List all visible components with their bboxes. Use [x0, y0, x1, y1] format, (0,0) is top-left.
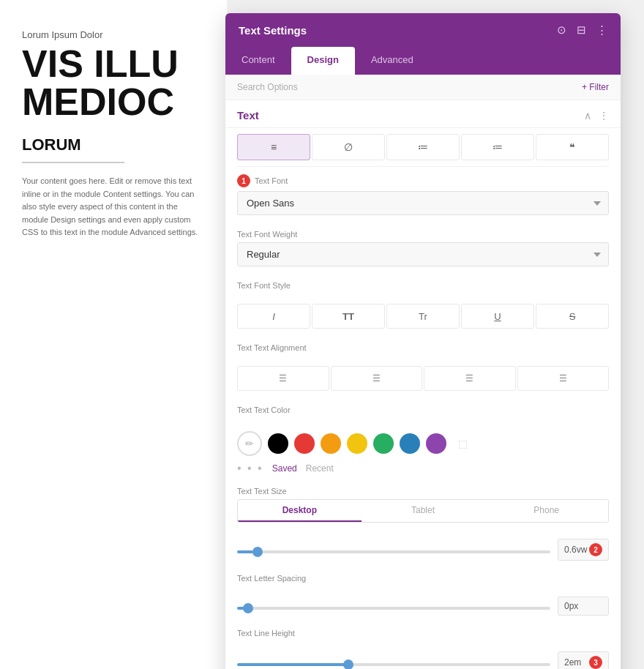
- line-height-slider-wrapper: [237, 656, 550, 669]
- color-eraser-btn[interactable]: ⬚: [452, 433, 473, 454]
- line-height-slider-row: 2em 3: [225, 649, 621, 669]
- size-badge: 2: [589, 543, 602, 556]
- text-font-weight-label: Text Font Weight: [237, 230, 609, 239]
- section-title: Text: [237, 109, 259, 122]
- bg-title-large: VIS ILLU MEDIOC: [22, 45, 205, 121]
- color-saved-row: • • • Saved Recent: [225, 462, 621, 481]
- text-font-weight-row: Text Font Weight Regular Thin Light Bold…: [225, 223, 621, 274]
- saved-colors-label[interactable]: Saved: [272, 463, 297, 474]
- tab-design[interactable]: Design: [291, 47, 355, 75]
- layout-icon[interactable]: ⊟: [577, 23, 586, 37]
- line-height-row: Text Line Height: [225, 621, 621, 649]
- letter-spacing-slider-row: 0px: [225, 594, 621, 621]
- style-buttons-row: I TT Tr U S: [225, 301, 621, 336]
- color-black[interactable]: [268, 433, 288, 454]
- text-alignment-row: Text Text Alignment: [225, 336, 621, 363]
- tab-advanced[interactable]: Advanced: [355, 47, 430, 75]
- search-bar: Search Options + Filter: [225, 75, 621, 100]
- tab-content[interactable]: Content: [225, 47, 291, 75]
- color-green[interactable]: [373, 433, 394, 454]
- panel-header-icons: ⊙ ⊟ ⋮: [557, 23, 607, 37]
- text-align-center[interactable]: ☰: [331, 366, 423, 391]
- align-btn-quote[interactable]: ❝: [536, 134, 609, 160]
- letter-spacing-row: Text Letter Spacing: [225, 567, 621, 594]
- line-height-value: 2em 3: [558, 651, 609, 669]
- line-height-label: Text Line Height: [237, 629, 609, 638]
- text-settings-panel: Text Settings ⊙ ⊟ ⋮ Content Design Advan…: [225, 13, 621, 669]
- text-font-weight-select[interactable]: Regular Thin Light Bold Extra Bold: [237, 242, 609, 266]
- text-align-right[interactable]: ☰: [424, 366, 516, 391]
- text-font-style-label: Text Font Style: [237, 281, 609, 290]
- text-align-justify[interactable]: ☰: [517, 366, 610, 391]
- line-height-badge: 3: [589, 656, 602, 669]
- text-alignment-label: Text Text Alignment: [237, 343, 609, 352]
- color-blue[interactable]: [400, 433, 420, 454]
- bg-divider: [22, 162, 124, 163]
- section-actions: ∧ ⋮: [584, 110, 609, 122]
- strikethrough-btn[interactable]: S: [536, 304, 609, 329]
- line-height-slider[interactable]: [237, 663, 550, 666]
- bg-subtitle: Lorum Ipsum Dolor: [22, 29, 205, 40]
- bg-heading: LORUM: [22, 135, 205, 154]
- uppercase-btn[interactable]: TT: [312, 304, 385, 329]
- text-color-row: Text Text Color: [225, 398, 621, 425]
- panel-title: Text Settings: [239, 24, 307, 37]
- recent-colors-label[interactable]: Recent: [306, 463, 334, 474]
- panel-tabs: Content Design Advanced: [225, 47, 621, 75]
- color-purple[interactable]: [426, 433, 446, 454]
- text-size-section: Text Text Size Desktop Tablet Phone: [225, 481, 621, 536]
- align-btn-numbered[interactable]: ≔: [461, 134, 534, 160]
- color-red[interactable]: [294, 433, 315, 454]
- panel-body: Text ∧ ⋮ ≡ ∅ ≔ ≔ ❝ 1 Text Font Open Sans…: [225, 100, 621, 669]
- size-tab-desktop[interactable]: Desktop: [238, 500, 362, 522]
- more-icon[interactable]: ⋮: [596, 23, 607, 37]
- letter-spacing-slider-wrapper: [237, 599, 550, 613]
- align-btn-left[interactable]: ≡: [237, 134, 310, 160]
- filter-button[interactable]: + Filter: [582, 82, 609, 92]
- size-tab-tablet[interactable]: Tablet: [362, 500, 485, 522]
- panel-header: Text Settings ⊙ ⊟ ⋮: [225, 13, 621, 47]
- align-btn-list[interactable]: ≔: [386, 134, 460, 160]
- text-font-row: 1 Text Font Open Sans Roboto Lato Montse…: [225, 167, 621, 223]
- text-font-label: 1 Text Font: [237, 174, 609, 187]
- text-size-label: Text Text Size: [237, 487, 609, 496]
- text-size-slider-wrapper: [237, 543, 550, 556]
- letter-spacing-value: 0px: [558, 597, 609, 616]
- section-header: Text ∧ ⋮: [225, 100, 621, 128]
- background-content: Lorum Ipsum Dolor VIS ILLU MEDIOC LORUM …: [0, 0, 227, 669]
- color-yellow[interactable]: [347, 433, 367, 454]
- bg-body-text: Your content goes here. Edit or remove t…: [22, 175, 205, 239]
- collapse-icon[interactable]: ∧: [584, 110, 591, 122]
- text-size-slider-row: 0.6vw 2: [225, 536, 621, 567]
- size-tab-phone[interactable]: Phone: [484, 500, 608, 522]
- text-font-select[interactable]: Open Sans Roboto Lato Montserrat: [237, 191, 609, 215]
- section-more-icon[interactable]: ⋮: [599, 110, 609, 122]
- color-more-dots[interactable]: • • •: [237, 462, 263, 475]
- size-device-tabs: Desktop Tablet Phone: [237, 499, 609, 523]
- text-font-style-row: Text Font Style: [225, 274, 621, 301]
- text-align-left[interactable]: ☰: [237, 366, 329, 391]
- font-badge: 1: [237, 174, 250, 187]
- text-color-label: Text Text Color: [237, 405, 609, 414]
- align-btn-diagonal[interactable]: ∅: [312, 134, 385, 160]
- text-align-buttons: ☰ ☰ ☰ ☰: [225, 363, 621, 398]
- color-orange[interactable]: [321, 433, 341, 454]
- letter-spacing-slider[interactable]: [237, 607, 550, 610]
- text-size-value: 0.6vw 2: [558, 539, 609, 561]
- alignment-buttons-row: ≡ ∅ ≔ ≔ ❝: [225, 128, 621, 166]
- text-size-slider[interactable]: [237, 550, 550, 553]
- underline-btn[interactable]: U: [461, 304, 534, 329]
- capitalize-btn[interactable]: Tr: [386, 304, 460, 329]
- italic-btn[interactable]: I: [237, 304, 310, 329]
- letter-spacing-label: Text Letter Spacing: [237, 574, 609, 583]
- color-picker-button[interactable]: ✏: [237, 431, 262, 456]
- search-options-label[interactable]: Search Options: [237, 82, 582, 92]
- color-swatches-row: ✏ ⬚: [225, 425, 621, 462]
- target-icon[interactable]: ⊙: [557, 23, 566, 37]
